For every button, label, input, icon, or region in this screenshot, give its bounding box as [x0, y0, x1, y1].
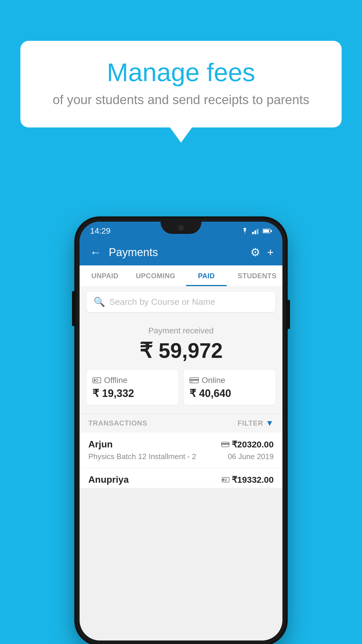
- payment-summary: Payment received ₹ 59,972 Offline: [80, 317, 282, 414]
- transactions-label: TRANSACTIONS: [88, 419, 147, 427]
- bubble-subtitle: of your students and send receipts to pa…: [44, 92, 318, 107]
- svg-rect-7: [94, 379, 95, 382]
- signal-icon: [252, 228, 260, 234]
- tab-paid[interactable]: PAID: [181, 265, 232, 286]
- cash-icon-small: [222, 477, 229, 483]
- offline-label: Offline: [104, 376, 127, 385]
- filter-button[interactable]: FILTER ▼: [238, 419, 274, 428]
- transaction-amount-arjun: ₹20320.00: [232, 439, 274, 449]
- online-amount: ₹ 40,640: [189, 387, 231, 400]
- phone-outer: 14:29: [76, 218, 286, 644]
- offline-amount: ₹ 19,332: [92, 387, 134, 400]
- card-icon: [189, 377, 199, 384]
- transactions-header: TRANSACTIONS FILTER ▼: [80, 414, 282, 433]
- svg-point-8: [96, 379, 98, 382]
- transaction-amount-anupriya: ₹19332.00: [232, 475, 274, 485]
- transaction-item-anupriya[interactable]: Anupriya ₹19332.00: [80, 468, 282, 488]
- wifi-icon: [240, 228, 249, 234]
- svg-rect-10: [190, 379, 198, 381]
- transaction-item-arjun[interactable]: Arjun ₹20320.00 Physics Batch 12 Install…: [80, 433, 282, 468]
- online-card: Online ₹ 40,640: [184, 370, 275, 405]
- app-header: ← Payments ⚙ +: [80, 239, 282, 265]
- battery-icon: [263, 228, 272, 234]
- speech-bubble: Manage fees of your students and send re…: [20, 41, 342, 127]
- tab-upcoming[interactable]: UPCOMING: [130, 265, 181, 286]
- svg-rect-11: [191, 382, 193, 382]
- status-time: 14:29: [90, 226, 110, 236]
- offline-card-header: Offline: [92, 376, 127, 385]
- payment-cards: Offline ₹ 19,332 O: [87, 370, 275, 405]
- bubble-title: Manage fees: [44, 58, 318, 87]
- plus-button[interactable]: +: [267, 246, 274, 259]
- svg-point-16: [224, 479, 226, 481]
- back-button[interactable]: ←: [88, 244, 103, 260]
- transaction-amount-wrap-arjun: ₹20320.00: [221, 439, 274, 449]
- transaction-row-top: Arjun ₹20320.00: [88, 439, 274, 450]
- header-icons: ⚙ +: [250, 246, 274, 259]
- svg-rect-2: [257, 229, 259, 234]
- phone-frame: 14:29: [76, 218, 286, 644]
- svg-rect-15: [223, 479, 224, 481]
- status-icons: [240, 228, 272, 234]
- cash-icon: [92, 377, 101, 384]
- search-input[interactable]: Search by Course or Name: [109, 297, 215, 307]
- gear-button[interactable]: ⚙: [250, 246, 260, 259]
- offline-card: Offline ₹ 19,332: [87, 370, 178, 405]
- camera: [178, 225, 184, 231]
- search-container: 🔍 Search by Course or Name: [80, 286, 282, 317]
- svg-rect-5: [271, 230, 272, 232]
- payment-card-icon: [221, 442, 229, 447]
- transaction-name-arjun: Arjun: [88, 439, 113, 450]
- tabs-bar: UNPAID UPCOMING PAID STUDENTS: [80, 265, 282, 286]
- svg-rect-4: [263, 230, 269, 232]
- search-bar[interactable]: 🔍 Search by Course or Name: [87, 292, 275, 312]
- transaction-detail-arjun: Physics Batch 12 Installment - 2: [88, 452, 196, 461]
- filter-label: FILTER: [238, 419, 263, 427]
- notch: [161, 222, 201, 234]
- payment-total: ₹ 59,972: [87, 338, 275, 363]
- svg-rect-1: [254, 230, 256, 234]
- online-label: Online: [202, 376, 225, 385]
- transaction-row-bottom-arjun: Physics Batch 12 Installment - 2 06 June…: [88, 452, 274, 461]
- filter-icon: ▼: [266, 419, 274, 428]
- tab-unpaid[interactable]: UNPAID: [80, 265, 130, 286]
- online-card-header: Online: [189, 376, 225, 385]
- svg-rect-0: [252, 232, 254, 234]
- header-title: Payments: [109, 246, 245, 259]
- transaction-amount-wrap-anupriya: ₹19332.00: [222, 475, 274, 485]
- speech-bubble-container: Manage fees of your students and send re…: [20, 41, 342, 127]
- transaction-date-arjun: 06 June 2019: [228, 452, 274, 461]
- svg-rect-13: [222, 443, 229, 444]
- payment-received-label: Payment received: [87, 326, 275, 335]
- transaction-name-anupriya: Anupriya: [88, 474, 129, 485]
- search-icon: 🔍: [94, 296, 105, 307]
- phone-screen: 14:29: [80, 222, 282, 640]
- tab-students[interactable]: STUDENTS: [232, 265, 282, 286]
- partial-row-anupriya: Anupriya ₹19332.00: [88, 474, 274, 485]
